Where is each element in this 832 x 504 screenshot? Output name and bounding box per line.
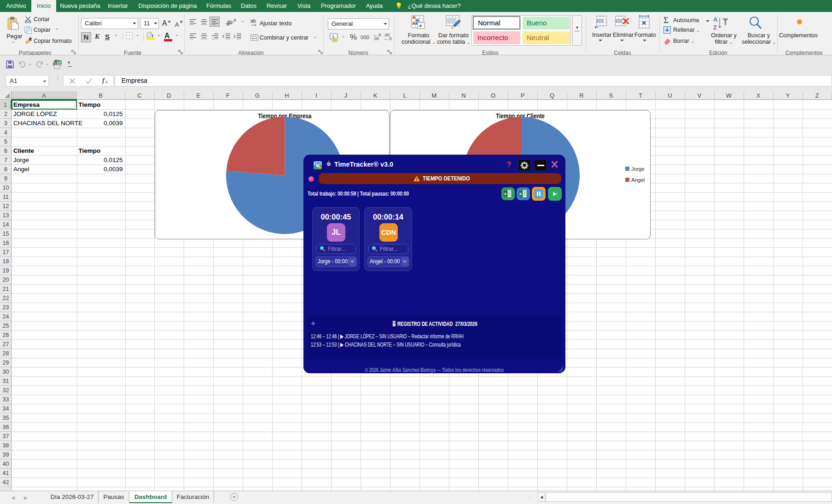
svg-text:A: A [713,16,718,23]
svg-text:ab: ab [226,18,233,26]
svg-text:x: x [504,191,506,196]
svg-text:Z: Z [713,24,717,30]
svg-text:ab: ab [250,18,256,23]
svg-text:Angel: Angel [631,177,645,183]
svg-text:x: x [519,191,522,196]
svg-text:$: $ [332,34,335,39]
svg-text:Jorge: Jorge [631,166,645,172]
svg-text:≠: ≠ [419,23,422,29]
